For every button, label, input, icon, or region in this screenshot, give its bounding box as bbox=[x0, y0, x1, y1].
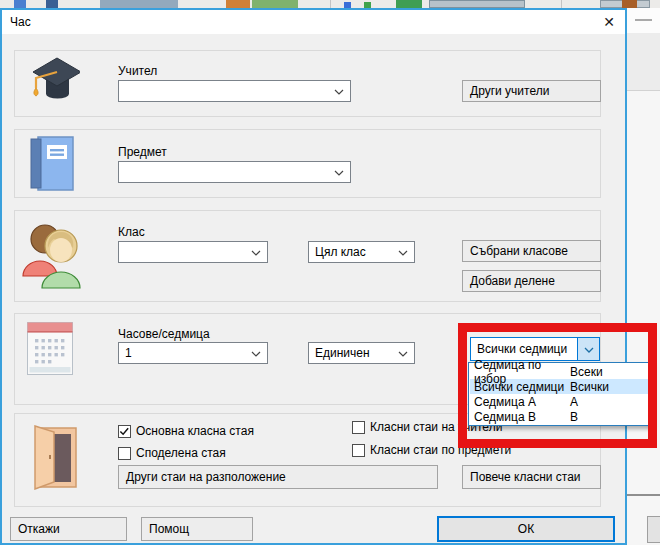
checkbox-box[interactable] bbox=[352, 421, 365, 434]
teacher-label: Учител bbox=[118, 64, 157, 78]
toolbar-icon-fragment bbox=[14, 0, 26, 8]
checkbox-box[interactable] bbox=[352, 444, 365, 457]
students-icon bbox=[21, 219, 85, 289]
chevron-down-icon bbox=[398, 346, 408, 360]
ok-button-label: ОК bbox=[518, 522, 534, 536]
background-button-fragment bbox=[647, 516, 660, 543]
other-teachers-button[interactable]: Други учители bbox=[462, 80, 601, 102]
book-icon bbox=[30, 136, 74, 191]
periods-label: Часове/седмица bbox=[118, 327, 210, 341]
joined-classes-button-label: Събрани класове bbox=[470, 244, 568, 258]
more-rooms-button[interactable]: Повече класни стаи bbox=[462, 465, 601, 489]
more-rooms-button-label: Повече класни стаи bbox=[470, 470, 581, 484]
door-icon bbox=[28, 424, 78, 490]
subject-combobox[interactable] bbox=[118, 161, 351, 183]
toolbar-icon-fragment bbox=[622, 0, 637, 8]
chevron-down-icon bbox=[251, 245, 261, 259]
toolbar-separator bbox=[561, 0, 562, 8]
background-subpanel bbox=[627, 33, 660, 91]
checkbox-shared-room[interactable]: Споделена стая bbox=[118, 446, 226, 460]
background-divider bbox=[627, 494, 660, 496]
class-group-combobox-value: Цял клас bbox=[315, 245, 366, 259]
toolbar-separator bbox=[330, 0, 331, 8]
ok-button[interactable]: ОК bbox=[437, 516, 615, 542]
toolbar-icon-fragment bbox=[252, 0, 298, 8]
checkbox-label: Споделена стая bbox=[136, 446, 226, 460]
joined-classes-button[interactable]: Събрани класове bbox=[462, 240, 601, 262]
red-highlight-annotation bbox=[458, 323, 657, 448]
check-icon bbox=[119, 426, 130, 437]
periods-count-value: 1 bbox=[125, 346, 132, 360]
chevron-down-icon bbox=[334, 165, 344, 179]
cancel-button[interactable]: Откажи bbox=[10, 517, 127, 541]
toolbar-icon-fragment bbox=[46, 0, 58, 8]
add-division-button-label: Добави делене bbox=[470, 274, 555, 288]
cancel-button-label: Откажи bbox=[18, 522, 60, 536]
periods-type-value: Единичен bbox=[315, 346, 370, 360]
chevron-down-icon bbox=[334, 84, 344, 98]
toolbar-icon-fragment bbox=[396, 0, 422, 8]
calendar-icon bbox=[27, 322, 74, 376]
other-rooms-button-label: Други стаи на разположение bbox=[126, 470, 286, 484]
class-combobox[interactable] bbox=[118, 241, 268, 263]
periods-type-combobox[interactable]: Единичен bbox=[308, 342, 415, 364]
other-rooms-button[interactable]: Други стаи на разположение bbox=[118, 465, 438, 489]
toolbar-icon-fragment bbox=[100, 0, 178, 8]
help-button[interactable]: Помощ bbox=[141, 517, 253, 541]
toolbar-icon-fragment bbox=[226, 0, 250, 8]
class-group-combobox[interactable]: Цял клас bbox=[308, 241, 415, 263]
toolbar-icon-fragment bbox=[429, 0, 525, 8]
dialog-titlebar: Час ✕ bbox=[2, 10, 625, 34]
add-division-button[interactable]: Добави делене bbox=[462, 270, 601, 292]
close-icon[interactable]: ✕ bbox=[593, 10, 625, 34]
checkbox-label: Основна класна стая bbox=[136, 424, 254, 438]
periods-count-combobox[interactable]: 1 bbox=[118, 342, 268, 364]
background-dash bbox=[635, 19, 652, 21]
checkbox-box[interactable] bbox=[118, 425, 131, 438]
background-panel bbox=[627, 8, 660, 545]
checkbox-box[interactable] bbox=[118, 447, 131, 460]
chevron-down-icon bbox=[251, 346, 261, 360]
subject-label: Предмет bbox=[118, 145, 167, 159]
other-teachers-button-label: Други учители bbox=[470, 84, 549, 98]
chevron-down-icon bbox=[398, 245, 408, 259]
dialog-title: Час bbox=[2, 15, 31, 29]
class-label: Клас bbox=[118, 225, 145, 239]
help-button-label: Помощ bbox=[149, 522, 189, 536]
graduation-cap-icon bbox=[25, 57, 80, 107]
teacher-combobox[interactable] bbox=[118, 80, 351, 102]
checkbox-main-classroom[interactable]: Основна класна стая bbox=[118, 424, 254, 438]
